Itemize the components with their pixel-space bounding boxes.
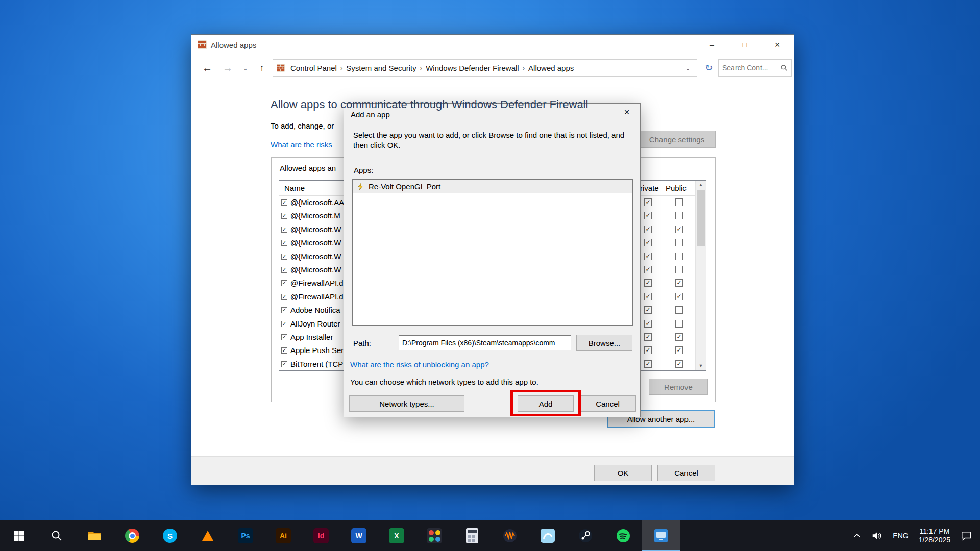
search-input[interactable]	[719, 64, 780, 72]
taskbar-clock[interactable]: 11:17 PM 1/28/2025	[914, 520, 955, 551]
breadcrumb-item[interactable]: System and Security	[342, 64, 420, 72]
scroll-up-icon[interactable]: ▲	[696, 181, 706, 189]
notification-center-icon[interactable]	[955, 520, 977, 551]
caption-buttons: – □ ✕	[696, 35, 794, 55]
row-public-checkbox[interactable]	[675, 266, 683, 273]
row-public-checkbox[interactable]: ✓	[675, 333, 683, 341]
start-button[interactable]	[0, 520, 38, 551]
row-private-checkbox[interactable]: ✓	[644, 253, 652, 260]
add-button[interactable]: Add	[518, 395, 574, 412]
up-button[interactable]: ↑	[255, 55, 269, 81]
column-header-name[interactable]: Name	[284, 184, 305, 192]
remove-button[interactable]: Remove	[649, 379, 708, 395]
row-enabled-checkbox[interactable]: ✓	[281, 294, 287, 300]
breadcrumb-item[interactable]: Allowed apps	[525, 64, 577, 72]
breadcrumb-item[interactable]: Control Panel	[287, 64, 340, 72]
row-private-checkbox[interactable]: ✓	[644, 239, 652, 246]
row-public-checkbox[interactable]	[675, 198, 683, 206]
row-enabled-checkbox[interactable]: ✓	[281, 361, 287, 367]
row-enabled-checkbox[interactable]: ✓	[281, 227, 287, 233]
maximize-button[interactable]: □	[728, 35, 761, 55]
excel-icon[interactable]: X	[378, 520, 415, 551]
row-public-checkbox[interactable]: ✓	[675, 226, 683, 233]
row-public-checkbox[interactable]	[675, 212, 683, 219]
row-enabled-checkbox[interactable]: ✓	[281, 240, 287, 246]
illustrator-icon[interactable]: Ai	[264, 520, 302, 551]
indesign-icon[interactable]: Id	[302, 520, 340, 551]
spotify-icon[interactable]	[604, 520, 642, 551]
firewall-brick-icon	[198, 40, 207, 49]
steam-icon[interactable]	[567, 520, 604, 551]
path-input[interactable]	[399, 335, 571, 350]
row-enabled-checkbox[interactable]: ✓	[281, 254, 287, 260]
photoshop-icon[interactable]: Ps	[227, 520, 264, 551]
row-private-checkbox[interactable]: ✓	[644, 293, 652, 300]
minimize-button[interactable]: –	[696, 35, 728, 55]
volume-icon[interactable]	[866, 520, 888, 551]
refresh-button[interactable]: ↻	[702, 59, 716, 77]
app-list-item-selected[interactable]: Re-Volt OpenGL Port	[353, 180, 632, 193]
row-private-checkbox[interactable]: ✓	[644, 333, 652, 341]
ok-button[interactable]: OK	[594, 465, 652, 481]
row-public-checkbox[interactable]	[675, 253, 683, 260]
browse-button[interactable]: Browse...	[576, 335, 632, 351]
calculator-icon[interactable]	[453, 520, 491, 551]
unblock-risks-link[interactable]: What are the risks of unblocking an app?	[350, 360, 489, 369]
recent-pages-dropdown-icon[interactable]: ⌄	[240, 55, 251, 81]
row-public-checkbox[interactable]: ✓	[675, 293, 683, 300]
row-enabled-checkbox[interactable]: ✓	[281, 321, 287, 327]
row-public-checkbox[interactable]: ✓	[675, 279, 683, 287]
row-enabled-checkbox[interactable]: ✓	[281, 334, 287, 340]
intro-text: To add, change, or	[271, 121, 334, 130]
column-header-public[interactable]: Public	[666, 184, 687, 192]
dialog-close-button[interactable]: ✕	[614, 104, 640, 121]
scrollbar-thumb[interactable]	[697, 190, 705, 246]
row-public-checkbox[interactable]: ✓	[675, 346, 683, 354]
search-icon[interactable]	[780, 64, 791, 71]
row-enabled-checkbox[interactable]: ✓	[281, 280, 287, 286]
scroll-down-icon[interactable]: ▼	[696, 362, 706, 370]
row-private-checkbox[interactable]: ✓	[644, 212, 652, 219]
row-private-checkbox[interactable]: ✓	[644, 306, 652, 314]
taskbar-search-button[interactable]	[38, 520, 76, 551]
row-private-checkbox[interactable]: ✓	[644, 346, 652, 354]
row-public-checkbox[interactable]: ✓	[675, 360, 683, 368]
tray-chevron-up-icon[interactable]	[848, 520, 866, 551]
row-enabled-checkbox[interactable]: ✓	[281, 213, 287, 219]
row-public-checkbox[interactable]	[675, 306, 683, 314]
row-private-checkbox[interactable]: ✓	[644, 266, 652, 273]
row-public-checkbox[interactable]	[675, 239, 683, 246]
list-scrollbar[interactable]: ▲ ▼	[695, 181, 706, 370]
forward-button[interactable]: →	[220, 55, 235, 81]
change-settings-button[interactable]: Change settings	[638, 131, 716, 148]
row-public-checkbox[interactable]	[675, 320, 683, 328]
close-button[interactable]: ✕	[761, 35, 794, 55]
paint3d-icon[interactable]	[529, 520, 567, 551]
row-enabled-checkbox[interactable]: ✓	[281, 307, 287, 313]
breadcrumb-item[interactable]: Windows Defender Firewall	[422, 64, 523, 72]
row-private-checkbox[interactable]: ✓	[644, 279, 652, 287]
address-dropdown-icon[interactable]: ⌄	[685, 64, 697, 72]
row-enabled-checkbox[interactable]: ✓	[281, 347, 287, 354]
language-indicator[interactable]: ENG	[888, 520, 913, 551]
back-button[interactable]: ←	[200, 55, 215, 81]
row-private-checkbox[interactable]: ✓	[644, 360, 652, 368]
colorful-app-icon[interactable]	[415, 520, 453, 551]
dialog-cancel-button[interactable]: Cancel	[579, 395, 636, 412]
network-types-button[interactable]: Network types...	[349, 395, 464, 412]
cancel-button[interactable]: Cancel	[657, 465, 715, 481]
vlc-icon[interactable]	[189, 520, 227, 551]
row-private-checkbox[interactable]: ✓	[644, 198, 652, 206]
skype-icon[interactable]: S	[151, 520, 189, 551]
row-enabled-checkbox[interactable]: ✓	[281, 199, 287, 206]
row-private-checkbox[interactable]: ✓	[644, 320, 652, 328]
chrome-icon[interactable]	[113, 520, 151, 551]
word-icon[interactable]: W	[340, 520, 378, 551]
address-bar[interactable]: Control Panel›System and Security›Window…	[273, 59, 697, 77]
row-enabled-checkbox[interactable]: ✓	[281, 267, 287, 273]
file-explorer-icon[interactable]	[76, 520, 113, 551]
row-private-checkbox[interactable]: ✓	[644, 226, 652, 233]
risks-link-main[interactable]: What are the risks	[271, 140, 332, 149]
audacity-icon[interactable]	[491, 520, 529, 551]
control-panel-taskbar-button[interactable]	[642, 520, 680, 551]
